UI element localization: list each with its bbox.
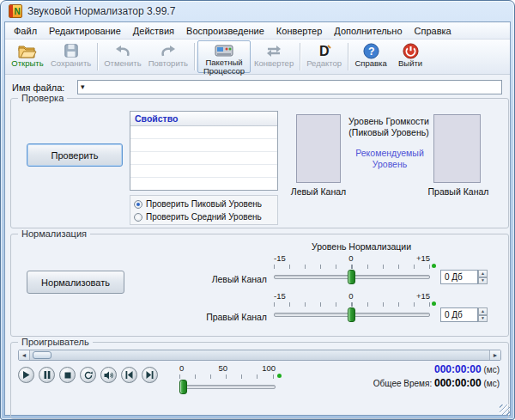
toolbar-converter-label: Конвертер [254,59,294,68]
stop-button[interactable] [59,367,76,383]
svg-text:?: ? [367,45,374,57]
seek-left-icon[interactable]: ◄ [19,350,30,360]
right-db-field[interactable]: 0 Дб [440,307,478,322]
normalize-group: Нормализация Нормализовать Уровень Норма… [10,234,509,337]
scale-mid: 0 [348,291,353,301]
spin-up-icon[interactable]: ▲ [478,307,488,315]
scale-max: +15 [416,253,430,263]
play-button[interactable] [18,367,34,383]
right-channel-label: Правый Канал [420,186,497,197]
client-area: Имя файла: ▾ Проверка Проверить Свойство [5,76,510,415]
norm-left-channel-label: Левый Канал [183,274,267,284]
menu-playback[interactable]: Воспроизведение [180,24,270,38]
total-time-unit: (мс) [483,379,500,388]
volume-slider[interactable]: 0 50 100 [179,363,281,398]
radio-button-icon[interactable] [134,213,142,222]
repeat-button[interactable] [80,367,96,383]
check-button[interactable]: Проверить [27,143,123,167]
volume-tick-50: 50 [218,363,227,373]
filename-combobox[interactable]: ▾ [77,80,502,94]
norm-right-channel-label: Правый Канал [183,312,267,322]
volume-tick-100: 100 [262,363,276,373]
menu-edit[interactable]: Редактирование [43,24,127,38]
stop-icon [64,372,71,379]
help-icon: ? [363,42,379,59]
left-channel-label: Левый Канал [281,186,356,197]
spin-up-icon[interactable]: ▲ [478,270,488,277]
dropdown-arrow-icon[interactable]: ▾ [81,83,85,91]
menubar: Файл Редактирование Действия Воспроизвед… [5,22,510,40]
window-title: Звуковой Нормализатор 3.99.7 [27,5,175,17]
menu-actions[interactable]: Действия [127,24,180,38]
speaker-icon [104,371,113,380]
titlebar[interactable]: N Звуковой Нормализатор 3.99.7 [1,1,514,21]
radio-peak-label: Проверить Пиковый Уровень [146,199,262,209]
pause-button[interactable] [39,367,55,383]
toolbar-separator [97,43,98,70]
mute-button[interactable] [100,367,117,383]
app-icon: N [9,4,22,18]
spin-down-icon[interactable]: ▼ [478,315,488,323]
next-icon [146,371,154,379]
converter-icon [265,42,282,59]
table-row [130,139,277,152]
total-time-label: Общее Время: [373,379,432,388]
volume-tick-0: 0 [179,363,184,373]
normalize-button[interactable]: Нормализовать [27,271,124,294]
spin-down-icon[interactable]: ▼ [478,277,488,285]
volume-thumb[interactable] [179,380,187,394]
undo-icon [114,42,131,59]
menu-extra[interactable]: Дополнительно [328,24,408,38]
property-table[interactable]: Свойство [130,111,278,191]
radio-average-level[interactable]: Проверить Средний Уровень [134,210,274,223]
seek-thumb[interactable] [33,351,52,359]
total-time-value: 000:00:00 [434,377,482,389]
normalize-button-label: Нормализовать [41,277,110,288]
app-window: N Звуковой Нормализатор 3.99.7 Файл Реда… [0,0,515,420]
next-button[interactable] [142,367,158,383]
menu-help[interactable]: Справка [409,24,457,38]
normalize-group-title: Нормализация [18,228,90,239]
toolbar-help-label: Справка [354,59,386,68]
toolbar-editor-button: D Редактор [303,40,345,73]
previous-button[interactable] [121,367,137,383]
volume-track[interactable] [179,385,276,389]
toolbar-open-button[interactable]: Открыть [8,40,47,73]
toolbar-exit-button[interactable]: Выйти [391,40,430,73]
radio-button-icon[interactable] [134,200,142,209]
left-db-field[interactable]: 0 Дб [440,270,478,284]
left-db-spinner: ▲ ▼ [478,270,488,284]
elapsed-time-value: 000:00:00 [434,363,482,375]
radio-peak-level[interactable]: Проверить Пиковый Уровень [134,198,274,210]
green-dot-icon [277,374,282,378]
open-folder-icon [18,42,37,59]
toolbar-save-label: Сохранить [51,59,91,68]
table-row [130,152,277,165]
toolbar-help-button[interactable]: ? Справка [351,40,391,73]
filename-label: Имя файла: [12,82,77,93]
toolbar-batch-processor-button[interactable]: Пакетный Процессор [197,40,251,73]
window-body: Файл Редактирование Действия Воспроизвед… [4,21,511,416]
redo-icon [160,42,177,59]
slider-scale: -15 0 +15 [274,291,430,301]
right-channel-slider[interactable]: -15 0 +15 [274,272,433,324]
toolbar-editor-label: Редактор [306,59,342,68]
scale-min: -15 [274,253,286,263]
batch-processor-icon [215,43,233,58]
seek-right-icon[interactable]: ► [489,350,500,360]
exit-icon [403,42,419,59]
left-channel-meter [296,114,341,183]
slider-scale: -15 0 +15 [274,253,430,263]
resize-grip[interactable] [500,405,510,415]
seek-bar[interactable]: ◄ ► [18,350,501,361]
scale-mid: 0 [348,253,353,263]
right-slider-thumb[interactable] [348,307,355,322]
menu-file[interactable]: Файл [8,24,43,38]
menu-converter[interactable]: Конвертер [270,24,328,38]
right-db-spinner: ▲ ▼ [478,307,488,322]
file-row: Имя файла: ▾ [12,80,502,94]
previous-icon [125,371,133,379]
right-channel-meter [433,114,481,183]
volume-level-title: Уровень Громкости (Пиковый Уровень) [344,116,433,138]
table-row [130,178,277,191]
